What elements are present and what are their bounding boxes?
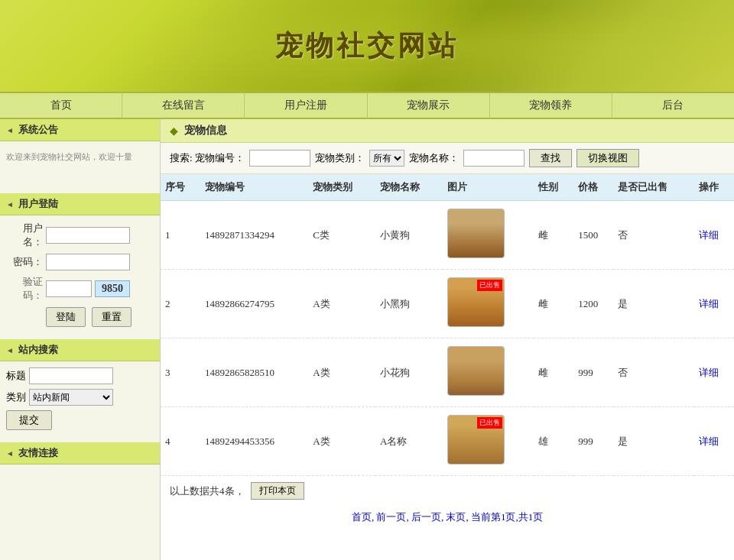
content-search-category-select[interactable]: 所有 (369, 150, 404, 167)
cell-code: 14892865828510 (200, 338, 308, 407)
nav-backend[interactable]: 后台 (612, 92, 734, 118)
nav-message[interactable]: 在线留言 (122, 92, 245, 118)
page-last[interactable]: 末页 (446, 511, 466, 523)
content-search-code-label: 搜索: 宠物编号： (170, 151, 245, 165)
password-input[interactable] (46, 254, 130, 270)
col-id: 序号 (161, 174, 200, 201)
pet-image (447, 346, 505, 396)
cell-action[interactable]: 详细 (694, 201, 734, 270)
table-header-row: 序号 宠物编号 宠物类别 宠物名称 图片 性别 价格 是否已出售 操作 (161, 174, 734, 201)
content-search-code-input[interactable] (249, 150, 310, 167)
search-submit-button[interactable]: 提交 (6, 410, 52, 430)
detail-link[interactable]: 详细 (699, 435, 719, 447)
notice-content: 欢迎来到宠物社交网站，欢迎十量 (0, 141, 160, 187)
table-row: 4 14892494453356 A类 A名称 已出售 雄 999 是 详细 (161, 407, 734, 476)
detail-link[interactable]: 详细 (699, 229, 719, 241)
cell-gender: 雌 (534, 201, 573, 270)
page-prev[interactable]: 前一页 (376, 511, 406, 523)
friend-links-arrow-icon: ◄ (6, 449, 14, 458)
login-button[interactable]: 登陆 (46, 307, 86, 327)
search-section: ◄ 站内搜索 标题 类别 站内新闻 提交 (0, 339, 160, 436)
table-row: 3 14892865828510 A类 小花狗 雌 999 否 详细 (161, 338, 734, 407)
col-sold: 是否已出售 (613, 174, 694, 201)
cell-sold: 否 (613, 201, 694, 270)
cell-code: 14892494453356 (200, 407, 308, 476)
cell-action[interactable]: 详细 (694, 338, 734, 407)
table-row: 2 14892866274795 A类 小黑狗 已出售 雌 1200 是 详细 (161, 270, 734, 338)
nav-pets[interactable]: 宠物展示 (368, 92, 490, 118)
nav-adopt[interactable]: 宠物领养 (490, 92, 612, 118)
content-header: ◆ 宠物信息 (161, 119, 734, 143)
cell-image (443, 338, 534, 407)
username-input[interactable] (46, 227, 130, 244)
cell-category: A类 (308, 407, 375, 476)
sidebar: ◄ 系统公告 欢迎来到宠物社交网站，欢迎十量 ◄ 用户登陆 用户名： 密码： (0, 119, 161, 560)
cell-price: 999 (573, 407, 613, 476)
pagination: 首页, 前一页, 后一页, 末页, 当前第1页,共1页 (161, 506, 734, 529)
print-button[interactable]: 打印本页 (251, 482, 304, 500)
cell-id: 3 (161, 338, 200, 407)
captcha-row: 验证码： 9850 (6, 275, 154, 303)
cell-image: 已出售 (443, 407, 534, 476)
login-content: 用户名： 密码： 验证码： 9850 登陆 重置 (0, 215, 160, 333)
friend-links-section: ◄ 友情连接 (0, 442, 160, 510)
cell-sold: 是 (613, 270, 694, 338)
switch-view-button[interactable]: 切换视图 (576, 149, 639, 167)
cell-image (443, 201, 534, 270)
cell-category: A类 (308, 270, 375, 338)
search-category-row: 类别 站内新闻 (6, 389, 154, 406)
cell-category: C类 (308, 201, 375, 270)
pet-table: 序号 宠物编号 宠物类别 宠物名称 图片 性别 价格 是否已出售 操作 1 14… (161, 174, 734, 476)
cell-gender: 雌 (534, 270, 573, 338)
pet-image (447, 209, 505, 258)
search-button[interactable]: 查找 (529, 149, 572, 167)
table-footer: 以上数据共4条， 打印本页 (161, 476, 734, 506)
captcha-label: 验证码： (6, 275, 43, 303)
login-header: ◄ 用户登陆 (0, 193, 160, 215)
search-title-input[interactable] (29, 367, 113, 384)
nav-home[interactable]: 首页 (0, 92, 122, 118)
content-search-name-input[interactable] (463, 150, 525, 167)
cell-name: 小黑狗 (375, 270, 443, 338)
pet-image: 已出售 (447, 415, 505, 465)
cell-id: 4 (161, 407, 200, 476)
notice-title: 系统公告 (18, 123, 58, 137)
sold-tag: 已出售 (477, 417, 502, 429)
page-next[interactable]: 后一页 (411, 511, 441, 523)
page-first[interactable]: 首页 (352, 511, 372, 523)
cell-price: 1200 (573, 270, 613, 338)
content-search-bar: 搜索: 宠物编号： 宠物类别： 所有 宠物名称： 查找 切换视图 (161, 143, 734, 174)
search-title: 站内搜索 (18, 343, 58, 357)
nav-register[interactable]: 用户注册 (245, 92, 367, 118)
notice-header: ◄ 系统公告 (0, 119, 160, 141)
col-code: 宠物编号 (200, 174, 308, 201)
login-section: ◄ 用户登陆 用户名： 密码： 验证码： 9850 登陆 (0, 193, 160, 333)
cell-action[interactable]: 详细 (694, 270, 734, 338)
search-category-select[interactable]: 站内新闻 (29, 389, 113, 406)
notice-arrow-icon: ◄ (6, 126, 14, 134)
reset-button[interactable]: 重置 (92, 307, 132, 327)
content-section-title: 宠物信息 (184, 124, 227, 138)
col-image: 图片 (443, 174, 534, 201)
main-layout: ◄ 系统公告 欢迎来到宠物社交网站，欢迎十量 ◄ 用户登陆 用户名： 密码： (0, 119, 734, 560)
captcha-display: 9850 (95, 280, 130, 297)
detail-link[interactable]: 详细 (699, 298, 719, 309)
search-header: ◄ 站内搜索 (0, 339, 160, 361)
table-body: 1 14892871334294 C类 小黄狗 雌 1500 否 详细 2 14… (161, 201, 734, 476)
main-nav: 首页 在线留言 用户注册 宠物展示 宠物领养 后台 (0, 92, 734, 119)
cell-id: 1 (161, 201, 200, 270)
cell-price: 1500 (573, 201, 613, 270)
friend-links-header: ◄ 友情连接 (0, 442, 160, 465)
search-category-label: 类别 (6, 390, 26, 404)
content-header-icon: ◆ (170, 125, 178, 138)
content-search-category-label: 宠物类别： (315, 151, 365, 165)
content-area: ◆ 宠物信息 搜索: 宠物编号： 宠物类别： 所有 宠物名称： 查找 切换视图 … (161, 119, 734, 560)
login-arrow-icon: ◄ (6, 200, 14, 209)
search-content: 标题 类别 站内新闻 提交 (0, 361, 160, 436)
col-category: 宠物类别 (308, 174, 375, 201)
captcha-input[interactable] (46, 280, 92, 297)
cell-category: A类 (308, 338, 375, 407)
cell-action[interactable]: 详细 (694, 407, 734, 476)
search-arrow-icon: ◄ (6, 346, 14, 354)
detail-link[interactable]: 详细 (699, 367, 719, 378)
